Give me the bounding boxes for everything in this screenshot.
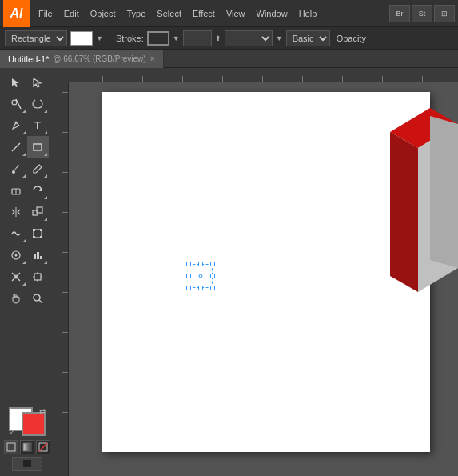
color-mode-buttons: [4, 440, 50, 454]
pen-tool[interactable]: [6, 114, 27, 136]
color-mode-btn[interactable]: [4, 440, 18, 454]
reflect-tool[interactable]: [6, 201, 27, 222]
svg-point-2: [15, 121, 18, 123]
tabbar: Untitled-1* @ 66.67% (RGB/Preview) ×: [0, 50, 458, 68]
workspace-button[interactable]: ⊞: [434, 5, 455, 22]
free-transform-tool[interactable]: [27, 222, 49, 244]
tool-row-4: [6, 136, 49, 158]
ai-logo: Ai: [3, 0, 30, 27]
options-toolbar: Rectangle ▼ Stroke: ▼ ⬆ ▼ Basic Opacity: [0, 27, 458, 50]
selection-center: [199, 274, 203, 278]
svg-point-5: [12, 170, 15, 174]
rotate-tool[interactable]: [27, 179, 49, 201]
symbol-tool[interactable]: [6, 244, 27, 266]
stroke-color[interactable]: [147, 31, 169, 46]
tab-close-button[interactable]: ×: [150, 55, 155, 63]
magic-wand-tool[interactable]: [6, 93, 27, 114]
handle-bottom-right[interactable]: [210, 286, 215, 290]
gradient-mode-btn[interactable]: [20, 440, 34, 454]
direct-selection-tool[interactable]: [27, 71, 49, 93]
svg-rect-21: [40, 256, 42, 259]
canvas-area: [54, 68, 458, 476]
svg-rect-13: [33, 229, 35, 231]
screen-mode-button[interactable]: [12, 457, 42, 471]
reset-colors-icon[interactable]: ↙: [9, 427, 15, 436]
svg-rect-37: [23, 460, 31, 467]
paintbrush-tool[interactable]: [6, 158, 27, 179]
none-mode-btn[interactable]: [36, 440, 50, 454]
handle-top-right[interactable]: [210, 262, 215, 266]
line-profile-selector[interactable]: Basic: [286, 30, 330, 46]
handle-top-left[interactable]: [186, 262, 191, 266]
rectangle-tool[interactable]: [27, 136, 49, 158]
menu-object[interactable]: Object: [85, 0, 121, 27]
menu-effect[interactable]: Effect: [187, 0, 221, 27]
tool-row-10: [6, 266, 49, 287]
fill-color[interactable]: [70, 31, 93, 46]
hand-tool[interactable]: [6, 287, 27, 309]
slice-tool[interactable]: [6, 266, 27, 287]
handle-middle-right[interactable]: [210, 274, 215, 278]
tool-row-7: [6, 201, 49, 222]
stroke-style-arrow: ▼: [276, 34, 283, 42]
menubar: Ai File Edit Object Type Select Effect V…: [0, 0, 458, 27]
ruler-top: [54, 68, 458, 82]
svg-rect-16: [40, 236, 42, 238]
svg-rect-32: [7, 443, 15, 451]
svg-rect-25: [34, 274, 41, 280]
svg-point-1: [12, 100, 17, 105]
stock-button[interactable]: St: [412, 5, 432, 22]
line-tool[interactable]: [6, 136, 27, 158]
tool-row-1: [6, 71, 49, 93]
tab-subtitle: @ 66.67% (RGB/Preview): [53, 54, 145, 63]
menu-edit[interactable]: Edit: [58, 0, 85, 27]
color-area: ↙ ⇄: [9, 407, 46, 436]
ruler-corner: [54, 68, 69, 82]
menu-type[interactable]: Type: [121, 0, 152, 27]
stroke-weight-input[interactable]: [183, 30, 212, 46]
svg-point-30: [34, 294, 40, 301]
selection-tool[interactable]: [6, 71, 27, 93]
chart-tool[interactable]: [27, 244, 49, 266]
stroke-style-selector[interactable]: [225, 30, 273, 46]
scale-tool[interactable]: [27, 201, 49, 222]
menu-help[interactable]: Help: [293, 0, 323, 27]
selected-object[interactable]: [189, 264, 213, 288]
tab-title: Untitled-1*: [8, 54, 49, 64]
zoom-tool[interactable]: [27, 287, 49, 309]
handle-top-middle[interactable]: [198, 262, 203, 266]
swap-colors-icon[interactable]: ⇄: [39, 407, 46, 416]
menu-file[interactable]: File: [33, 0, 58, 27]
stroke-arrow: ▼: [173, 34, 180, 42]
menu-view[interactable]: View: [221, 0, 251, 27]
type-tool[interactable]: T: [27, 114, 49, 136]
menubar-right: Br St ⊞: [389, 5, 455, 22]
ruler-left: [54, 68, 69, 476]
iso-box: [378, 108, 458, 292]
tool-row-11: [6, 287, 49, 309]
eraser-tool[interactable]: [6, 179, 27, 201]
svg-marker-41: [430, 116, 458, 268]
toolbox: T: [0, 68, 54, 476]
stroke-weight-arrows: ⬆: [215, 34, 221, 42]
svg-point-18: [15, 254, 18, 256]
svg-line-3: [12, 143, 20, 151]
svg-rect-19: [34, 254, 36, 259]
handle-bottom-middle[interactable]: [198, 286, 203, 290]
menu-select[interactable]: Select: [151, 0, 187, 27]
tool-row-9: [6, 244, 49, 266]
menu-window[interactable]: Window: [251, 0, 293, 27]
pencil-tool[interactable]: [27, 158, 49, 179]
shape-selector[interactable]: Rectangle: [5, 30, 67, 46]
bridge-button[interactable]: Br: [389, 5, 410, 22]
tool-row-8: [6, 222, 49, 244]
handle-bottom-left[interactable]: [186, 286, 191, 290]
warp-tool[interactable]: [6, 222, 27, 244]
handle-middle-left[interactable]: [186, 274, 191, 278]
svg-rect-20: [37, 252, 39, 259]
artboard-tool[interactable]: [27, 266, 49, 287]
tool-row-3: T: [6, 114, 49, 136]
fill-arrow: ▼: [96, 34, 103, 42]
lasso-tool[interactable]: [27, 93, 49, 114]
document-tab[interactable]: Untitled-1* @ 66.67% (RGB/Preview) ×: [0, 50, 164, 68]
